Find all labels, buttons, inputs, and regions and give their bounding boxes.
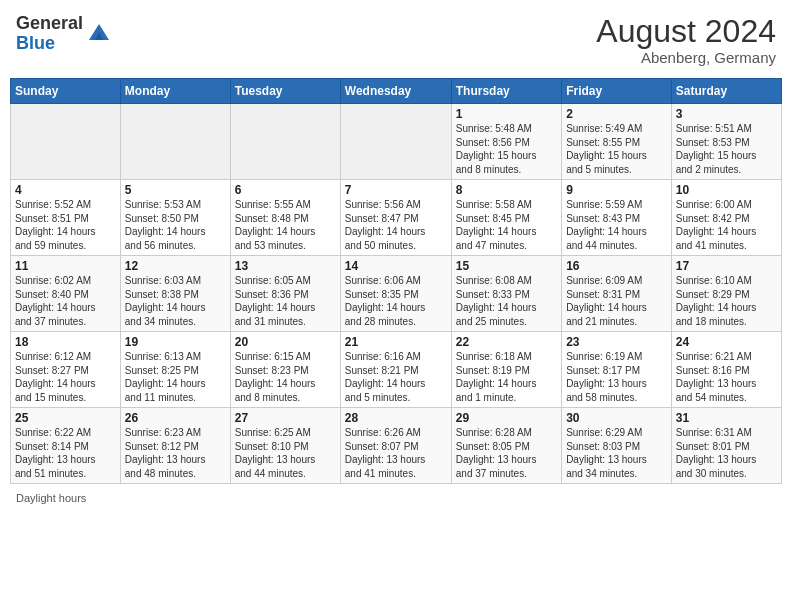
logo-text: General Blue <box>16 14 83 54</box>
day-info: Sunrise: 6:08 AM Sunset: 8:33 PM Dayligh… <box>456 274 557 328</box>
day-info: Sunrise: 5:59 AM Sunset: 8:43 PM Dayligh… <box>566 198 667 252</box>
title-block: August 2024 Abenberg, Germany <box>596 14 776 66</box>
day-info: Sunrise: 6:05 AM Sunset: 8:36 PM Dayligh… <box>235 274 336 328</box>
weekday-header: Sunday <box>11 79 121 104</box>
weekday-header: Wednesday <box>340 79 451 104</box>
calendar-week-row: 11Sunrise: 6:02 AM Sunset: 8:40 PM Dayli… <box>11 256 782 332</box>
calendar-cell: 2Sunrise: 5:49 AM Sunset: 8:55 PM Daylig… <box>562 104 672 180</box>
day-number: 9 <box>566 183 667 197</box>
day-info: Sunrise: 5:56 AM Sunset: 8:47 PM Dayligh… <box>345 198 447 252</box>
day-number: 2 <box>566 107 667 121</box>
day-info: Sunrise: 5:53 AM Sunset: 8:50 PM Dayligh… <box>125 198 226 252</box>
calendar-cell: 25Sunrise: 6:22 AM Sunset: 8:14 PM Dayli… <box>11 408 121 484</box>
day-number: 28 <box>345 411 447 425</box>
calendar-week-row: 4Sunrise: 5:52 AM Sunset: 8:51 PM Daylig… <box>11 180 782 256</box>
weekday-header: Monday <box>120 79 230 104</box>
day-number: 3 <box>676 107 777 121</box>
calendar-cell: 8Sunrise: 5:58 AM Sunset: 8:45 PM Daylig… <box>451 180 561 256</box>
calendar-cell: 7Sunrise: 5:56 AM Sunset: 8:47 PM Daylig… <box>340 180 451 256</box>
day-info: Sunrise: 6:18 AM Sunset: 8:19 PM Dayligh… <box>456 350 557 404</box>
calendar-cell: 26Sunrise: 6:23 AM Sunset: 8:12 PM Dayli… <box>120 408 230 484</box>
day-info: Sunrise: 6:10 AM Sunset: 8:29 PM Dayligh… <box>676 274 777 328</box>
footer-note: Daylight hours <box>10 490 782 506</box>
day-number: 29 <box>456 411 557 425</box>
weekday-header: Friday <box>562 79 672 104</box>
day-info: Sunrise: 6:06 AM Sunset: 8:35 PM Dayligh… <box>345 274 447 328</box>
day-number: 1 <box>456 107 557 121</box>
day-info: Sunrise: 6:25 AM Sunset: 8:10 PM Dayligh… <box>235 426 336 480</box>
day-info: Sunrise: 6:23 AM Sunset: 8:12 PM Dayligh… <box>125 426 226 480</box>
calendar-cell: 19Sunrise: 6:13 AM Sunset: 8:25 PM Dayli… <box>120 332 230 408</box>
day-info: Sunrise: 6:03 AM Sunset: 8:38 PM Dayligh… <box>125 274 226 328</box>
weekday-header: Tuesday <box>230 79 340 104</box>
calendar-cell: 31Sunrise: 6:31 AM Sunset: 8:01 PM Dayli… <box>671 408 781 484</box>
day-number: 31 <box>676 411 777 425</box>
day-number: 22 <box>456 335 557 349</box>
calendar-cell: 30Sunrise: 6:29 AM Sunset: 8:03 PM Dayli… <box>562 408 672 484</box>
calendar-week-row: 25Sunrise: 6:22 AM Sunset: 8:14 PM Dayli… <box>11 408 782 484</box>
day-info: Sunrise: 6:15 AM Sunset: 8:23 PM Dayligh… <box>235 350 336 404</box>
day-info: Sunrise: 6:26 AM Sunset: 8:07 PM Dayligh… <box>345 426 447 480</box>
day-number: 21 <box>345 335 447 349</box>
day-info: Sunrise: 5:58 AM Sunset: 8:45 PM Dayligh… <box>456 198 557 252</box>
calendar-cell <box>11 104 121 180</box>
day-info: Sunrise: 6:16 AM Sunset: 8:21 PM Dayligh… <box>345 350 447 404</box>
calendar-cell: 20Sunrise: 6:15 AM Sunset: 8:23 PM Dayli… <box>230 332 340 408</box>
day-info: Sunrise: 5:48 AM Sunset: 8:56 PM Dayligh… <box>456 122 557 176</box>
calendar-cell: 22Sunrise: 6:18 AM Sunset: 8:19 PM Dayli… <box>451 332 561 408</box>
calendar-cell: 24Sunrise: 6:21 AM Sunset: 8:16 PM Dayli… <box>671 332 781 408</box>
day-number: 5 <box>125 183 226 197</box>
calendar-cell: 9Sunrise: 5:59 AM Sunset: 8:43 PM Daylig… <box>562 180 672 256</box>
day-info: Sunrise: 6:28 AM Sunset: 8:05 PM Dayligh… <box>456 426 557 480</box>
day-number: 30 <box>566 411 667 425</box>
day-number: 16 <box>566 259 667 273</box>
day-number: 13 <box>235 259 336 273</box>
calendar-cell: 27Sunrise: 6:25 AM Sunset: 8:10 PM Dayli… <box>230 408 340 484</box>
calendar-cell: 6Sunrise: 5:55 AM Sunset: 8:48 PM Daylig… <box>230 180 340 256</box>
day-number: 8 <box>456 183 557 197</box>
day-info: Sunrise: 6:22 AM Sunset: 8:14 PM Dayligh… <box>15 426 116 480</box>
calendar-cell: 15Sunrise: 6:08 AM Sunset: 8:33 PM Dayli… <box>451 256 561 332</box>
logo: General Blue <box>16 14 113 54</box>
calendar-week-row: 18Sunrise: 6:12 AM Sunset: 8:27 PM Dayli… <box>11 332 782 408</box>
day-number: 18 <box>15 335 116 349</box>
day-info: Sunrise: 6:13 AM Sunset: 8:25 PM Dayligh… <box>125 350 226 404</box>
calendar-cell: 28Sunrise: 6:26 AM Sunset: 8:07 PM Dayli… <box>340 408 451 484</box>
calendar-cell <box>120 104 230 180</box>
calendar-cell: 12Sunrise: 6:03 AM Sunset: 8:38 PM Dayli… <box>120 256 230 332</box>
calendar-cell <box>230 104 340 180</box>
day-number: 19 <box>125 335 226 349</box>
day-number: 14 <box>345 259 447 273</box>
calendar-cell: 1Sunrise: 5:48 AM Sunset: 8:56 PM Daylig… <box>451 104 561 180</box>
calendar-cell: 14Sunrise: 6:06 AM Sunset: 8:35 PM Dayli… <box>340 256 451 332</box>
weekday-header: Thursday <box>451 79 561 104</box>
day-number: 15 <box>456 259 557 273</box>
day-info: Sunrise: 6:21 AM Sunset: 8:16 PM Dayligh… <box>676 350 777 404</box>
day-number: 7 <box>345 183 447 197</box>
day-info: Sunrise: 5:51 AM Sunset: 8:53 PM Dayligh… <box>676 122 777 176</box>
calendar-cell: 21Sunrise: 6:16 AM Sunset: 8:21 PM Dayli… <box>340 332 451 408</box>
day-info: Sunrise: 6:09 AM Sunset: 8:31 PM Dayligh… <box>566 274 667 328</box>
day-number: 11 <box>15 259 116 273</box>
day-number: 24 <box>676 335 777 349</box>
day-number: 25 <box>15 411 116 425</box>
calendar-cell: 18Sunrise: 6:12 AM Sunset: 8:27 PM Dayli… <box>11 332 121 408</box>
calendar-cell: 4Sunrise: 5:52 AM Sunset: 8:51 PM Daylig… <box>11 180 121 256</box>
day-info: Sunrise: 6:02 AM Sunset: 8:40 PM Dayligh… <box>15 274 116 328</box>
day-info: Sunrise: 6:12 AM Sunset: 8:27 PM Dayligh… <box>15 350 116 404</box>
calendar-cell: 11Sunrise: 6:02 AM Sunset: 8:40 PM Dayli… <box>11 256 121 332</box>
calendar-cell: 13Sunrise: 6:05 AM Sunset: 8:36 PM Dayli… <box>230 256 340 332</box>
calendar-cell: 16Sunrise: 6:09 AM Sunset: 8:31 PM Dayli… <box>562 256 672 332</box>
calendar-cell: 29Sunrise: 6:28 AM Sunset: 8:05 PM Dayli… <box>451 408 561 484</box>
calendar-header-row: SundayMondayTuesdayWednesdayThursdayFrid… <box>11 79 782 104</box>
day-info: Sunrise: 6:29 AM Sunset: 8:03 PM Dayligh… <box>566 426 667 480</box>
day-info: Sunrise: 5:52 AM Sunset: 8:51 PM Dayligh… <box>15 198 116 252</box>
page-header: General Blue August 2024 Abenberg, Germa… <box>10 10 782 70</box>
calendar-table: SundayMondayTuesdayWednesdayThursdayFrid… <box>10 78 782 484</box>
logo-blue: Blue <box>16 33 55 53</box>
weekday-header: Saturday <box>671 79 781 104</box>
day-number: 23 <box>566 335 667 349</box>
day-info: Sunrise: 5:49 AM Sunset: 8:55 PM Dayligh… <box>566 122 667 176</box>
calendar-cell: 17Sunrise: 6:10 AM Sunset: 8:29 PM Dayli… <box>671 256 781 332</box>
month-year: August 2024 <box>596 14 776 49</box>
